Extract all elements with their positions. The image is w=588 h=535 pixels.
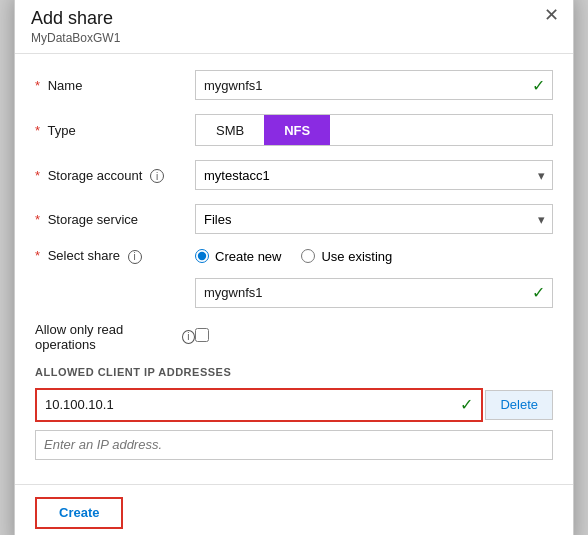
share-name-row: ✓ [35, 278, 553, 308]
name-control: ✓ [195, 70, 553, 100]
share-name-control: ✓ [195, 278, 553, 308]
create-new-radio-label[interactable]: Create new [195, 249, 281, 264]
ip-input-wrapper: ✓ [35, 388, 483, 422]
ip-existing-row: ✓ Delete [35, 388, 553, 422]
use-existing-radio[interactable] [301, 249, 315, 263]
add-share-dialog: Add share MyDataBoxGW1 ✕ * Name ✓ * Type [14, 0, 574, 535]
storage-service-row: * Storage service Files [35, 204, 553, 234]
dialog-footer: Create [15, 484, 573, 535]
storage-service-label: * Storage service [35, 212, 195, 227]
name-label: * Name [35, 78, 195, 93]
close-button[interactable]: ✕ [544, 6, 559, 24]
dialog-title: Add share [31, 8, 557, 29]
create-button[interactable]: Create [35, 497, 123, 529]
storage-service-wrapper: Files [195, 204, 553, 234]
storage-service-select[interactable]: Files [195, 204, 553, 234]
required-star: * [35, 78, 40, 93]
name-input[interactable] [195, 70, 553, 100]
allow-read-row: Allow only read operations i [35, 322, 553, 352]
name-input-wrapper: ✓ [195, 70, 553, 100]
select-share-row: * Select share i Create new Use existing [35, 248, 553, 264]
ip-new-input[interactable] [35, 430, 553, 460]
name-check-icon: ✓ [532, 76, 545, 95]
allow-read-label: Allow only read operations i [35, 322, 195, 352]
required-star-ss: * [35, 212, 40, 227]
select-share-info-icon[interactable]: i [128, 250, 142, 264]
share-name-check-icon: ✓ [532, 283, 545, 302]
allow-read-info-icon[interactable]: i [182, 330, 195, 344]
ip-new-row [35, 430, 553, 460]
ip-check-icon: ✓ [460, 395, 473, 414]
storage-account-label: * Storage account i [35, 168, 195, 184]
required-star-share: * [35, 248, 40, 263]
nfs-button[interactable]: NFS [264, 115, 330, 145]
dialog-header: Add share MyDataBoxGW1 ✕ [15, 0, 573, 54]
required-star-sa: * [35, 168, 40, 183]
type-control: SMB NFS [195, 114, 553, 146]
smb-button[interactable]: SMB [196, 115, 264, 145]
dialog-subtitle: MyDataBoxGW1 [31, 31, 557, 45]
storage-account-row: * Storage account i mytestacc1 [35, 160, 553, 190]
use-existing-radio-label[interactable]: Use existing [301, 249, 392, 264]
delete-button[interactable]: Delete [485, 390, 553, 420]
storage-account-select[interactable]: mytestacc1 [195, 160, 553, 190]
share-radio-group: Create new Use existing [195, 249, 553, 264]
allow-read-checkbox[interactable] [195, 328, 209, 342]
type-row: * Type SMB NFS [35, 114, 553, 146]
storage-account-wrapper: mytestacc1 [195, 160, 553, 190]
create-new-label: Create new [215, 249, 281, 264]
type-label: * Type [35, 123, 195, 138]
required-star-type: * [35, 123, 40, 138]
select-share-label: * Select share i [35, 248, 195, 264]
allow-read-control [195, 328, 209, 345]
select-share-control: Create new Use existing [195, 249, 553, 264]
name-row: * Name ✓ [35, 70, 553, 100]
create-new-radio[interactable] [195, 249, 209, 263]
use-existing-label: Use existing [321, 249, 392, 264]
share-name-input[interactable] [195, 278, 553, 308]
ip-input[interactable] [37, 390, 481, 420]
ip-section-header: ALLOWED CLIENT IP ADDRESSES [35, 366, 553, 378]
storage-account-info-icon[interactable]: i [150, 169, 164, 183]
dialog-body: * Name ✓ * Type SMB NFS [15, 54, 573, 484]
share-name-input-wrapper: ✓ [195, 278, 553, 308]
type-toggle: SMB NFS [195, 114, 553, 146]
